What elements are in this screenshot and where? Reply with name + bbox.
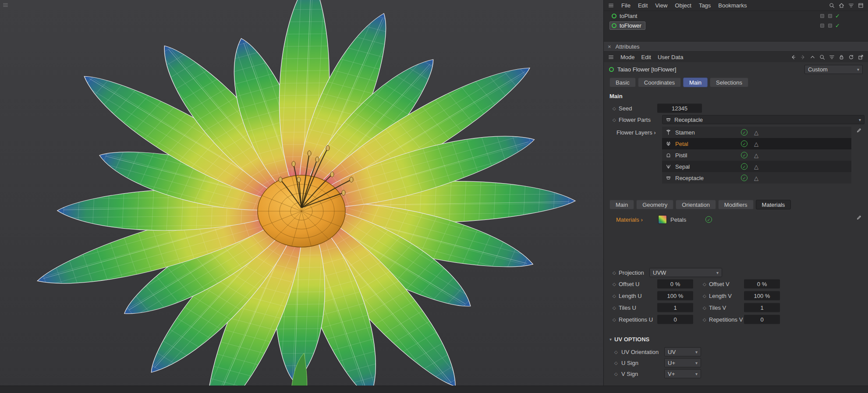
key-diamond-icon[interactable]: ◇ — [703, 282, 706, 287]
length-u-input[interactable]: 100 % — [657, 291, 693, 301]
enabled-check-icon[interactable]: ✓ — [835, 13, 840, 19]
filter-icon[interactable] — [829, 54, 835, 60]
menu-item-edit[interactable]: Edit — [641, 54, 651, 60]
lock-icon[interactable] — [839, 54, 844, 60]
enabled-check-icon[interactable]: ✓ — [741, 141, 748, 147]
forward-arrow-icon[interactable] — [800, 54, 806, 60]
tab-selections[interactable]: Selections — [710, 78, 748, 87]
uv-orientation-dropdown[interactable]: UV ▾ — [664, 347, 701, 357]
subtab-modifiers[interactable]: Modifiers — [718, 200, 754, 209]
cone-icon[interactable]: △ — [754, 152, 758, 159]
object-name[interactable]: toPlant — [620, 13, 637, 19]
v-sign-dropdown[interactable]: V+ ▾ — [664, 369, 701, 379]
layer-row-stamen[interactable]: Stamen ✓ △ — [662, 127, 851, 138]
3d-viewport[interactable] — [0, 0, 603, 393]
menu-item-tags[interactable]: Tags — [699, 2, 711, 9]
length-v-input[interactable]: 100 % — [744, 291, 780, 301]
object-row-toflower[interactable]: toFlower ✓ — [604, 21, 868, 30]
cone-icon[interactable]: △ — [754, 163, 758, 170]
uv-options-header[interactable]: ▾ UV OPTIONS — [609, 334, 649, 344]
tab-main[interactable]: Main — [683, 78, 708, 87]
key-diamond-icon[interactable]: ◇ — [614, 361, 618, 365]
selected-object-box[interactable]: toFlower — [609, 21, 645, 30]
object-name[interactable]: toFlower — [620, 22, 641, 29]
tiles-u-input[interactable]: 1 — [657, 303, 693, 312]
enabled-check-icon[interactable]: ✓ — [741, 152, 748, 159]
layer-row-petal[interactable]: Petal ✓ △ — [662, 138, 851, 149]
projection-dropdown[interactable]: UVW ▾ — [649, 268, 722, 277]
key-diamond-icon[interactable]: ◇ — [703, 294, 706, 298]
material-name[interactable]: Petals — [670, 216, 686, 223]
key-diamond-icon[interactable]: ◇ — [613, 106, 616, 111]
menu-item-edit[interactable]: Edit — [638, 2, 648, 9]
preset-dropdown[interactable]: Custom ▾ — [804, 65, 863, 74]
edit-pencil-icon[interactable] — [856, 215, 862, 220]
subtab-geometry[interactable]: Geometry — [636, 200, 673, 209]
key-diamond-icon[interactable]: ◇ — [703, 317, 706, 322]
layout-icon[interactable] — [858, 3, 864, 8]
home-icon[interactable] — [839, 3, 844, 8]
visibility-toggle-icon[interactable] — [820, 14, 824, 18]
enabled-check-icon[interactable]: ✓ — [705, 216, 712, 223]
seed-input[interactable]: 12345 — [657, 104, 702, 113]
search-icon[interactable] — [829, 3, 835, 8]
key-diamond-icon[interactable]: ◇ — [614, 372, 618, 376]
enabled-check-icon[interactable]: ✓ — [741, 129, 748, 136]
key-diamond-icon[interactable]: ◇ — [703, 305, 706, 310]
repetitions-v-input[interactable]: 0 — [744, 315, 780, 324]
subtab-main[interactable]: Main — [609, 200, 634, 209]
tiles-v-input[interactable]: 1 — [744, 303, 780, 312]
enabled-check-icon[interactable]: ✓ — [835, 22, 840, 29]
layer-name[interactable]: Receptacle — [675, 175, 704, 181]
layer-name[interactable]: Stamen — [675, 129, 695, 136]
hamburger-menu-icon[interactable] — [608, 3, 614, 8]
tab-basic[interactable]: Basic — [609, 78, 636, 87]
subtab-orientation[interactable]: Orientation — [676, 200, 716, 209]
key-diamond-icon[interactable]: ◇ — [613, 117, 616, 122]
back-arrow-icon[interactable] — [790, 54, 796, 60]
viewport-menu-icon[interactable] — [3, 2, 8, 8]
layer-name[interactable]: Sepal — [675, 163, 690, 170]
key-diamond-icon[interactable]: ◇ — [613, 294, 616, 298]
chevron-right-icon[interactable]: › — [654, 129, 655, 136]
render-toggle-icon[interactable] — [828, 24, 832, 28]
menu-item-user-data[interactable]: User Data — [658, 54, 684, 60]
section-collapse-icon[interactable]: ▾ — [609, 337, 612, 342]
layer-row-sepal[interactable]: Sepal ✓ △ — [662, 161, 851, 172]
render-toggle-icon[interactable] — [828, 14, 832, 18]
enabled-check-icon[interactable]: ✓ — [741, 175, 748, 181]
sync-icon[interactable] — [848, 54, 854, 60]
visibility-toggle-icon[interactable] — [820, 24, 824, 28]
repetitions-u-input[interactable]: 0 — [657, 315, 693, 324]
close-icon[interactable]: × — [608, 43, 611, 50]
key-diamond-icon[interactable]: ◇ — [614, 350, 618, 354]
chevron-right-icon[interactable]: › — [641, 216, 642, 223]
cone-icon[interactable]: △ — [754, 175, 758, 181]
layer-name-selected[interactable]: Petal — [675, 141, 688, 147]
cone-icon[interactable]: △ — [754, 141, 758, 147]
menu-item-mode[interactable]: Mode — [620, 54, 635, 60]
new-window-icon[interactable] — [858, 54, 864, 60]
u-sign-dropdown[interactable]: U+ ▾ — [664, 358, 701, 368]
object-row-toplant[interactable]: toPlant ✓ — [604, 11, 868, 21]
key-diamond-icon[interactable]: ◇ — [613, 282, 616, 287]
subtab-materials[interactable]: Materials — [756, 200, 791, 209]
search-icon[interactable] — [819, 54, 825, 60]
cone-icon[interactable]: △ — [754, 129, 758, 136]
key-diamond-icon[interactable]: ◇ — [613, 270, 616, 275]
menu-item-object[interactable]: Object — [675, 2, 691, 9]
layer-row-pistil[interactable]: Pistil ✓ △ — [662, 149, 851, 161]
menu-item-bookmarks[interactable]: Bookmarks — [718, 2, 747, 9]
flower-3d-model[interactable] — [0, 0, 603, 393]
hamburger-menu-icon[interactable] — [608, 54, 614, 60]
enabled-check-icon[interactable]: ✓ — [741, 163, 748, 170]
flower-parts-dropdown[interactable]: Receptacle ▾ — [662, 115, 864, 124]
edit-pencil-icon[interactable] — [856, 127, 862, 133]
up-arrow-icon[interactable] — [810, 54, 815, 60]
tab-coordinates[interactable]: Coordinates — [638, 78, 681, 87]
menu-item-view[interactable]: View — [655, 2, 667, 9]
layer-name[interactable]: Pistil — [675, 152, 687, 159]
offset-v-input[interactable]: 0 % — [744, 280, 780, 289]
key-diamond-icon[interactable]: ◇ — [613, 305, 616, 310]
material-thumbnail[interactable] — [658, 215, 667, 224]
